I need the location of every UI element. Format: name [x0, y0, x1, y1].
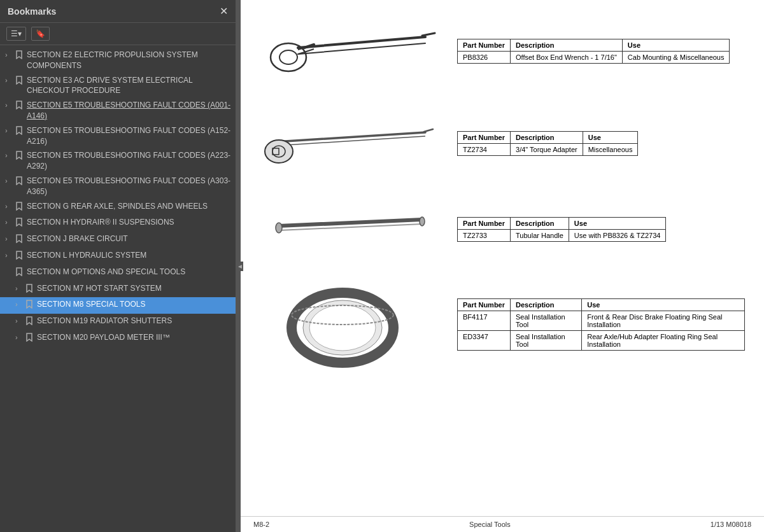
description-4a: Seal Installation Tool [511, 311, 582, 331]
sidebar: Bookmarks ✕ ☰▾ 🔖 ›SECTION E2 ELECTRIC PR… [0, 0, 236, 532]
bookmark-text-e5-a303: SECTION E5 TROUBLESHOOTING FAULT CODES (… [27, 176, 232, 197]
expand-icon-e2[interactable]: › [5, 50, 15, 60]
svg-point-2 [271, 43, 306, 71]
expand-icon-m20[interactable]: › [15, 333, 25, 342]
expand-icon-m7[interactable]: › [15, 284, 25, 293]
page-footer: M8-2 Special Tools 1/13 M08018 [241, 516, 764, 532]
col-header-description-3: Description [511, 217, 569, 229]
tool-table-2: Part Number Description Use TZ2734 3/4" … [457, 131, 638, 156]
col-header-use-1: Use [622, 39, 730, 51]
sidebar-item-e5-a223[interactable]: ›SECTION E5 TROUBLESHOOTING FAULT CODES … [0, 148, 236, 174]
tool-image-3 [260, 197, 438, 261]
part-number-2: TZ2734 [458, 143, 511, 155]
description-1: Offset Box End Wrench - 1 7/16" [511, 51, 623, 63]
sidebar-item-e5-a303[interactable]: ›SECTION E5 TROUBLESHOOTING FAULT CODES … [0, 174, 236, 199]
bookmark-text-e5-a152: SECTION E5 TROUBLESHOOTING FAULT CODES (… [27, 125, 232, 147]
use-3: Use with PB8326 & TZ2734 [569, 229, 666, 241]
toolbar-bookmark-button[interactable]: 🔖 [31, 27, 50, 41]
col-header-partnumber-1: Part Number [458, 39, 511, 51]
sidebar-item-e2[interactable]: ›SECTION E2 ELECTRIC PROPULSION SYSTEM C… [0, 48, 236, 73]
col-header-partnumber-4: Part Number [458, 299, 511, 311]
sidebar-item-e3[interactable]: ›SECTION E3 AC DRIVE SYSTEM ELECTRICAL C… [0, 73, 236, 99]
sidebar-item-l[interactable]: ›SECTION L HYDRAULIC SYSTEM [0, 248, 236, 265]
expand-icon-e5-a152[interactable]: › [5, 126, 15, 136]
tool-image-2 [260, 108, 438, 178]
page-area: Part Number Description Use PB8326 Offse… [241, 0, 764, 516]
footer-doc-ref: 1/13 M08018 [711, 521, 751, 528]
bookmarks-list: ›SECTION E2 ELECTRIC PROPULSION SYSTEM C… [0, 45, 236, 532]
sidebar-close-button[interactable]: ✕ [220, 5, 228, 17]
expand-icon-e5-a001[interactable]: › [5, 101, 15, 110]
bookmark-text-e3: SECTION E3 AC DRIVE SYSTEM ELECTRICAL CH… [27, 75, 232, 97]
expand-icon-m19[interactable]: › [15, 316, 25, 326]
tool-image-1 [260, 13, 438, 89]
footer-section: Special Tools [469, 521, 511, 528]
tool-row-3: Part Number Description Use TZ2733 Tubul… [260, 197, 745, 261]
use-4b: Rear Axle/Hub Adapter Floating Ring Seal… [582, 331, 745, 351]
use-2: Miscellaneous [583, 143, 638, 155]
col-header-description-2: Description [511, 131, 583, 143]
expand-icon-e3[interactable]: › [5, 76, 15, 85]
part-number-3: TZ2733 [458, 229, 511, 241]
bookmark-icon-e5-a223 [15, 151, 24, 163]
expand-icon-g[interactable]: › [5, 202, 15, 211]
tool-row-4: Part Number Description Use BF4117 Seal … [260, 280, 745, 369]
col-header-use-4: Use [582, 299, 745, 311]
bookmark-text-m8: SECTION M8 SPECIAL TOOLS [37, 299, 232, 310]
svg-point-18 [420, 217, 425, 226]
col-header-use-3: Use [569, 217, 666, 229]
svg-line-8 [422, 33, 435, 36]
table-row: TZ2734 3/4" Torque Adapter Miscellaneous [458, 143, 638, 155]
sidebar-item-m20[interactable]: ›SECTION M20 PAYLOAD METER III™ [0, 330, 236, 347]
tool-table-1: Part Number Description Use PB8326 Offse… [457, 39, 730, 64]
svg-point-3 [279, 50, 297, 64]
table-row: TZ2733 Tubular Handle Use with PB8326 & … [458, 229, 666, 241]
expand-icon-l[interactable]: › [5, 251, 15, 260]
bookmark-text-h: SECTION H HYDRAIR® II SUSPENSIONS [27, 217, 232, 228]
tool-row-1: Part Number Description Use PB8326 Offse… [260, 13, 745, 89]
expand-icon-j[interactable]: › [5, 234, 15, 244]
bookmark-icon-m19 [25, 316, 34, 328]
toolbar-menu-button[interactable]: ☰▾ [6, 27, 26, 41]
divider-handle[interactable] [236, 0, 241, 532]
sidebar-item-h[interactable]: ›SECTION H HYDRAIR® II SUSPENSIONS [0, 215, 236, 232]
tool-row-2: Part Number Description Use TZ2734 3/4" … [260, 108, 745, 178]
bookmark-text-e5-a001: SECTION E5 TROUBLESHOOTING FAULT CODES (… [27, 100, 232, 122]
expand-icon-h[interactable]: › [5, 218, 15, 227]
expand-icon-e5-a303[interactable]: › [5, 176, 15, 186]
col-header-use-2: Use [583, 131, 638, 143]
expand-icon-m8[interactable]: › [15, 300, 25, 309]
bookmark-icon-e5-a152 [15, 126, 24, 138]
svg-line-7 [304, 49, 314, 52]
bookmark-icon-l [15, 251, 24, 263]
part-number-4b: ED3347 [458, 331, 511, 351]
sidebar-item-m7[interactable]: ›SECTION M7 HOT START SYSTEM [0, 281, 236, 298]
footer-page-id: M8-2 [253, 521, 269, 528]
expand-icon-e5-a223[interactable]: › [5, 151, 15, 160]
svg-line-9 [285, 132, 425, 141]
table-row: BF4117 Seal Installation Tool Front & Re… [458, 311, 745, 331]
sidebar-item-j[interactable]: ›SECTION J BRAKE CIRCUIT [0, 232, 236, 248]
part-number-4a: BF4117 [458, 311, 511, 331]
sidebar-item-e5-a001[interactable]: ›SECTION E5 TROUBLESHOOTING FAULT CODES … [0, 98, 236, 123]
bookmark-text-l: SECTION L HYDRAULIC SYSTEM [27, 250, 232, 261]
tool-drawing-1 [260, 13, 438, 89]
col-header-partnumber-3: Part Number [458, 217, 511, 229]
bookmark-icon-m20 [25, 333, 34, 345]
sidebar-toolbar: ☰▾ 🔖 [0, 23, 236, 45]
sidebar-title: Bookmarks [8, 6, 56, 17]
bookmark-icon-m [15, 267, 24, 279]
bookmark-icon-e5-a303 [15, 176, 24, 188]
tool-drawing-3 [260, 197, 438, 261]
sidebar-item-m8[interactable]: ›SECTION M8 SPECIAL TOOLS [0, 297, 236, 314]
sidebar-item-g[interactable]: ›SECTION G REAR AXLE, SPINDLES AND WHEEL… [0, 199, 236, 216]
sidebar-item-m19[interactable]: ›SECTION M19 RADIATOR SHUTTERS [0, 314, 236, 330]
sidebar-item-e5-a152[interactable]: ›SECTION E5 TROUBLESHOOTING FAULT CODES … [0, 123, 236, 149]
bookmark-icon-e5-a001 [15, 101, 24, 113]
description-4b: Seal Installation Tool [511, 331, 582, 351]
bookmark-text-m19: SECTION M19 RADIATOR SHUTTERS [37, 316, 232, 326]
bookmark-icon-j [15, 234, 24, 246]
bookmark-icon-e3 [15, 76, 24, 88]
sidebar-item-m[interactable]: SECTION M OPTIONS AND SPECIAL TOOLS [0, 265, 236, 281]
table-row: PB8326 Offset Box End Wrench - 1 7/16" C… [458, 51, 730, 63]
